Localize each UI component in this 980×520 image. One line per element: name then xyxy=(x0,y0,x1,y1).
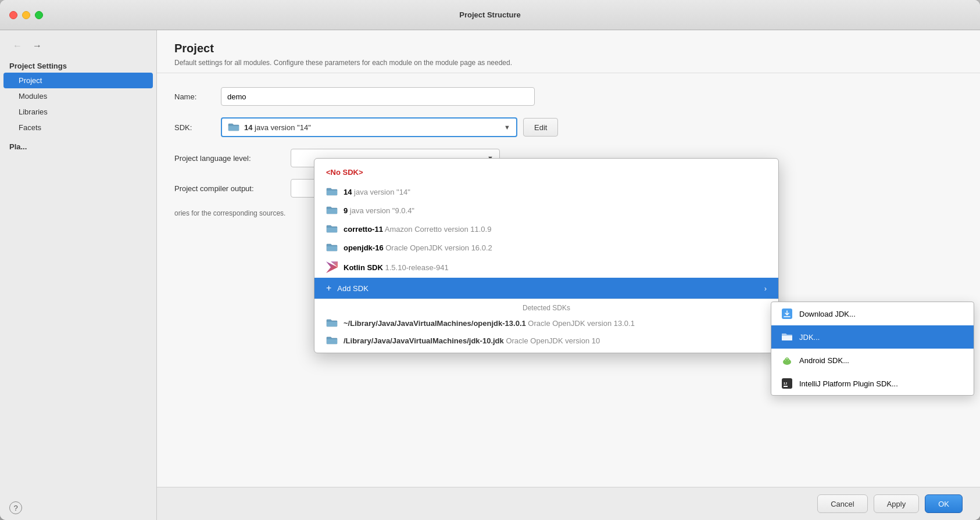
sdk-selected-text: 14 java version "14" xyxy=(244,123,311,132)
close-button[interactable] xyxy=(9,11,17,19)
svg-point-8 xyxy=(788,360,789,361)
sdk-edit-button[interactable]: Edit xyxy=(523,118,558,137)
svg-text:IJ: IJ xyxy=(784,381,788,386)
sdk-dropdown-left: 14 java version "14" xyxy=(228,123,311,132)
sdk-java9-name: 9 java version "9.0.4" xyxy=(344,206,414,215)
sdk-java14-name: 14 java version "14" xyxy=(344,188,410,196)
dropdown-arrow-icon: ▼ xyxy=(504,124,510,131)
add-sdk-arrow-icon: › xyxy=(764,284,767,293)
add-sdk-plus-icon: + xyxy=(326,283,331,293)
sdk-popup: <No SDK> 14 java version "14" xyxy=(314,158,779,353)
cancel-button[interactable]: Cancel xyxy=(817,494,867,513)
sdk-kotlin-name: Kotlin SDK 1.5.10-release-941 xyxy=(344,263,449,272)
main-window: Project Structure ← → Project Settings P… xyxy=(0,0,980,520)
android-sdk-label: Android SDK... xyxy=(799,356,849,365)
sidebar-item-facets[interactable]: Facets xyxy=(0,120,156,135)
detected-sdk-openjdk13[interactable]: ~/Library/Java/JavaVirtualMachines/openj… xyxy=(314,314,778,332)
detected-jdk10-text: /Library/Java/JavaVirtualMachines/jdk-10… xyxy=(344,336,600,345)
sdk-dropdown[interactable]: 14 java version "14" ▼ xyxy=(221,117,517,137)
sidebar-item-libraries[interactable]: Libraries xyxy=(0,104,156,120)
help-button[interactable]: ? xyxy=(9,501,22,514)
sdk-option-corretto11[interactable]: corretto-11 Amazon Corretto version 11.0… xyxy=(314,220,778,238)
kotlin-icon xyxy=(326,261,338,273)
back-button[interactable]: ← xyxy=(9,40,26,52)
sidebar-nav: ← → Project Settings Project Modules Lib… xyxy=(0,30,156,159)
submenu-download-jdk[interactable]: Download JDK... xyxy=(771,302,974,325)
sdk-option-java14[interactable]: 14 java version "14" xyxy=(314,182,778,201)
sdk-corretto11-name: corretto-11 Amazon Corretto version 11.0… xyxy=(344,225,491,234)
name-input[interactable] xyxy=(221,87,535,106)
sdk-popup-list: <No SDK> 14 java version "14" xyxy=(314,159,778,353)
traffic-lights xyxy=(9,11,43,19)
detected-openjdk13-text: ~/Library/Java/JavaVirtualMachines/openj… xyxy=(344,319,635,328)
forward-button[interactable]: → xyxy=(29,40,45,52)
panel-header: Project Default settings for all modules… xyxy=(157,30,980,73)
name-label: Name: xyxy=(174,92,221,101)
back-forward-row: ← → xyxy=(0,36,156,58)
folder-icon-detected1 xyxy=(326,318,338,328)
sdk-no-sdk-option[interactable]: <No SDK> xyxy=(314,162,778,182)
folder-icon-detected2 xyxy=(326,336,338,345)
jdk-folder-icon xyxy=(781,331,793,343)
sdk-option-java9[interactable]: 9 java version "9.0.4" xyxy=(314,201,778,220)
sdk-openjdk16-name: openjdk-16 Oracle OpenJDK version 16.0.2 xyxy=(344,243,492,252)
folder-icon-openjdk16 xyxy=(326,243,338,252)
folder-icon-corretto11 xyxy=(326,224,338,234)
sdk-label: SDK: xyxy=(174,123,221,132)
sidebar-item-project[interactable]: Project xyxy=(3,73,153,88)
submenu-jdk[interactable]: JDK... xyxy=(771,325,974,349)
add-sdk-row[interactable]: + Add SDK › xyxy=(314,278,778,299)
add-sdk-label: Add SDK xyxy=(337,284,368,293)
compiler-output-label: Project compiler output: xyxy=(174,184,291,193)
right-panel: Project Default settings for all modules… xyxy=(157,30,980,520)
jdk-label: JDK... xyxy=(799,333,820,342)
titlebar: Project Structure xyxy=(0,0,980,30)
detected-sdks-label: Detected SDKs xyxy=(314,299,778,314)
sidebar: ← → Project Settings Project Modules Lib… xyxy=(0,30,157,520)
sdk-row: SDK: 14 java version "14" xyxy=(174,117,963,137)
maximize-button[interactable] xyxy=(35,11,43,19)
project-settings-label: Project Settings xyxy=(0,58,156,73)
apply-button[interactable]: Apply xyxy=(874,494,920,513)
name-row: Name: xyxy=(174,87,963,106)
sdk-option-openjdk16[interactable]: openjdk-16 Oracle OpenJDK version 16.0.2 xyxy=(314,238,778,257)
minimize-button[interactable] xyxy=(22,11,30,19)
intellij-sdk-label: IntelliJ Platform Plugin SDK... xyxy=(799,379,898,388)
download-jdk-icon xyxy=(781,307,793,320)
svg-point-7 xyxy=(785,360,786,361)
folder-icon xyxy=(228,123,239,132)
folder-icon-java14 xyxy=(326,187,338,196)
sdk-dropdown-wrapper: 14 java version "14" ▼ Edit xyxy=(221,117,558,137)
main-content: ← → Project Settings Project Modules Lib… xyxy=(0,30,980,520)
submenu-android-sdk[interactable]: Android SDK... xyxy=(771,349,974,372)
sdk-option-kotlin[interactable]: Kotlin SDK 1.5.10-release-941 xyxy=(314,257,778,278)
window-title: Project Structure xyxy=(459,10,520,19)
detected-sdk-jdk10[interactable]: /Library/Java/JavaVirtualMachines/jdk-10… xyxy=(314,332,778,349)
language-level-label: Project language level: xyxy=(174,154,291,163)
platform-label: Pla... xyxy=(0,135,156,153)
add-sdk-submenu: Download JDK... JDK... xyxy=(771,302,974,396)
add-sdk-left: + Add SDK xyxy=(326,283,369,293)
panel-title: Project xyxy=(174,42,963,55)
ok-button[interactable]: OK xyxy=(925,494,963,513)
submenu-intellij-sdk[interactable]: IJ IntelliJ Platform Plugin SDK... xyxy=(771,372,974,395)
android-sdk-icon xyxy=(781,354,793,367)
svg-rect-10 xyxy=(784,386,788,387)
sidebar-item-modules[interactable]: Modules xyxy=(0,88,156,104)
download-jdk-label: Download JDK... xyxy=(799,310,856,318)
sidebar-bottom: ? xyxy=(0,496,156,520)
intellij-sdk-icon: IJ xyxy=(781,377,793,390)
svg-rect-6 xyxy=(785,359,789,363)
panel-description: Default settings for all modules. Config… xyxy=(174,59,963,67)
bottom-bar: Cancel Apply OK xyxy=(157,487,980,520)
folder-icon-java9 xyxy=(326,206,338,215)
